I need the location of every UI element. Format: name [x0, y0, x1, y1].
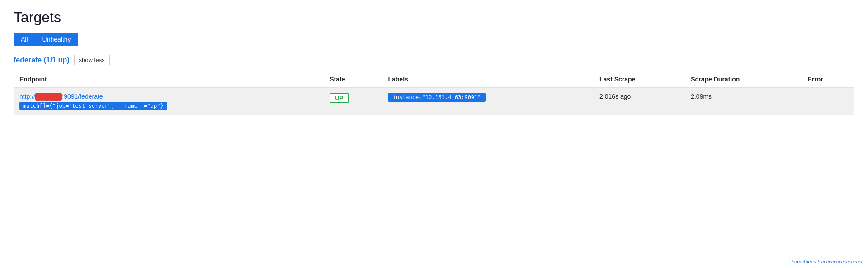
filter-unhealthy-button[interactable]: Unhealthy — [35, 33, 78, 46]
match-params: match[]={"job="test_server", __name__="u… — [19, 102, 167, 110]
scrape-duration-cell: 2.09ms — [685, 88, 802, 115]
state-badge: UP — [330, 93, 349, 103]
error-cell — [802, 88, 854, 115]
endpoint-redacted: ██████ — [35, 93, 62, 100]
last-scrape-cell: 2.016s ago — [594, 88, 685, 115]
endpoint-link[interactable]: http://██████:9091/federate — [19, 93, 319, 100]
table-header-row: Endpoint State Labels Last Scrape Scrape… — [14, 71, 854, 88]
col-error: Error — [802, 71, 854, 88]
show-less-button[interactable]: show less — [74, 55, 110, 65]
page-title: Targets — [14, 9, 854, 26]
col-scrape-duration: Scrape Duration — [685, 71, 802, 88]
filter-bar: All Unhealthy — [14, 33, 854, 46]
targets-table: Endpoint State Labels Last Scrape Scrape… — [14, 71, 854, 115]
endpoint-cell: http://██████:9091/federatematch[]={"job… — [14, 88, 325, 115]
state-cell: UP — [324, 88, 382, 115]
col-labels: Labels — [382, 71, 594, 88]
col-state: State — [324, 71, 382, 88]
section-header: federate (1/1 up) show less — [14, 55, 854, 65]
section-title: federate (1/1 up) — [14, 56, 70, 64]
footer-link[interactable]: Prometheus / xxxxxxxxxxxxxxxxx — [789, 259, 863, 264]
label-badge: instance="10.161.4.63:9091" — [388, 93, 485, 102]
col-last-scrape: Last Scrape — [594, 71, 685, 88]
filter-all-button[interactable]: All — [14, 33, 35, 46]
table-row: http://██████:9091/federatematch[]={"job… — [14, 88, 854, 115]
labels-cell: instance="10.161.4.63:9091" — [382, 88, 594, 115]
col-endpoint: Endpoint — [14, 71, 325, 88]
